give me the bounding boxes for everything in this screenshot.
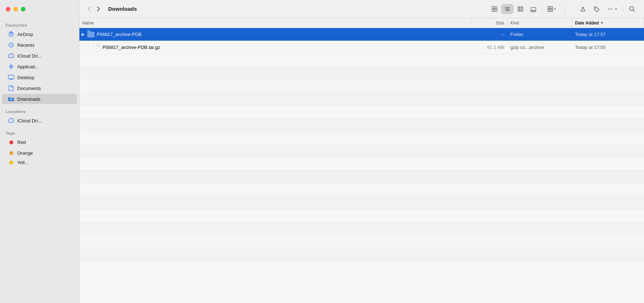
main-content: Downloads [79,0,644,303]
empty-row [79,93,644,106]
toolbar-actions [577,4,638,14]
back-button[interactable] [85,5,93,13]
maximize-button[interactable] [21,7,26,12]
sidebar-item-documents[interactable]: Documents [2,83,77,93]
search-button[interactable] [626,4,638,14]
view-buttons [488,4,559,14]
empty-row [79,209,644,222]
sidebar-item-icloud-location[interactable]: iCloud Dri... [2,116,77,126]
empty-row [79,54,644,67]
empty-row [79,145,644,158]
close-button[interactable] [6,7,10,12]
svg-rect-15 [521,7,523,11]
column-kind-header[interactable]: Kind [507,18,572,28]
empty-row [79,67,644,80]
file-list: ▶ P56817_archive-PDB -- Folder Today at … [79,28,644,303]
empty-row [79,106,644,119]
nav-buttons [85,5,102,13]
svg-rect-22 [551,6,553,9]
file-kind: gzip co...archive [507,45,572,50]
svg-rect-13 [518,7,519,11]
column-name-header[interactable]: Name [79,18,472,28]
tag-red-icon [8,139,14,145]
desktop-icon [8,74,14,81]
sidebar-item-icloud-drive[interactable]: iCloud Dri... [2,51,77,61]
empty-row [79,196,644,209]
gallery-view-button[interactable] [527,4,539,14]
sidebar-item-tag-red[interactable]: Red [2,137,77,147]
sidebar-item-tag-yellow[interactable]: Yell... [2,159,77,166]
svg-rect-8 [492,9,494,12]
sidebar-item-downloads-label: Downloads [17,96,40,102]
sidebar-item-recents[interactable]: Recents [2,40,77,50]
toolbar-divider-3 [623,5,623,13]
empty-row [79,184,644,196]
svg-rect-17 [531,11,532,12]
tags-section-label: Tags [0,126,79,137]
svg-point-24 [595,8,596,8]
file-size: 61.1 MB [472,45,507,50]
toolbar: Downloads [79,0,644,18]
svg-point-26 [610,8,611,9]
empty-row [79,158,644,171]
empty-row [79,80,644,93]
svg-rect-19 [534,11,536,12]
toolbar-divider-2 [565,5,565,13]
empty-row [79,235,644,248]
svg-rect-18 [533,11,534,12]
group-button[interactable] [544,4,559,14]
sidebar-item-tag-yellow-label: Yell... [17,160,28,165]
file-kind: Folder [507,32,572,37]
folder-icon [87,30,95,39]
file-date: Today at 17:55 [572,45,644,50]
more-button[interactable] [604,4,620,14]
svg-rect-6 [492,6,494,9]
svg-rect-20 [548,6,550,9]
sidebar-item-downloads[interactable]: Downloads [2,94,77,104]
locations-section-label: Locations [0,104,79,115]
svg-rect-21 [548,9,550,12]
svg-rect-14 [520,7,521,11]
sidebar-item-documents-label: Documents [17,86,41,91]
table-row[interactable]: gz P56817_archive-PDB.tar.gz 61.1 MB gzi… [79,41,644,54]
favourites-section-label: Favourites [0,18,79,29]
sidebar-item-desktop[interactable]: Desktop [2,72,77,82]
disclosure-arrow-icon[interactable]: ▶ [79,32,87,37]
sidebar-item-applications[interactable]: Applicati... [2,62,77,72]
column-headers: Name Size Kind Date Added ▼ [79,18,644,28]
forward-button[interactable] [95,5,102,13]
sidebar-item-applications-label: Applicati... [17,64,39,69]
empty-row [79,171,644,184]
minimize-button[interactable] [13,7,18,12]
tag-button[interactable] [590,4,603,14]
sidebar-item-airdrop[interactable]: AirDrop [2,29,77,39]
gz-file-icon: gz [92,43,101,52]
column-size-header[interactable]: Size [472,18,507,28]
file-date: Today at 17:57 [572,32,644,37]
list-view-button[interactable] [501,4,514,14]
sidebar-item-tag-orange[interactable]: Orange [2,148,77,158]
airdrop-icon [8,31,14,37]
svg-rect-9 [495,9,497,12]
icon-view-button[interactable] [488,4,501,14]
column-date-header[interactable]: Date Added ▼ [572,18,644,28]
file-size: -- [472,32,507,37]
svg-point-3 [10,66,12,67]
svg-point-28 [630,6,634,10]
share-button[interactable] [577,4,589,14]
empty-row [79,248,644,261]
sidebar-item-icloud-location-label: iCloud Dri... [17,118,42,123]
svg-point-25 [608,8,609,9]
documents-icon [8,85,14,91]
sidebar-item-icloud-label: iCloud Dri... [17,53,42,59]
empty-row [79,132,644,145]
svg-rect-16 [531,8,536,10]
svg-rect-4 [8,75,14,79]
sort-arrow-icon: ▼ [600,21,604,25]
sidebar: Favourites AirDrop Recents [0,0,79,303]
toolbar-divider-1 [542,5,542,13]
column-view-button[interactable] [514,4,526,14]
svg-point-1 [10,33,12,35]
table-row[interactable]: ▶ P56817_archive-PDB -- Folder Today at … [79,28,644,41]
tag-orange-icon [8,150,14,156]
